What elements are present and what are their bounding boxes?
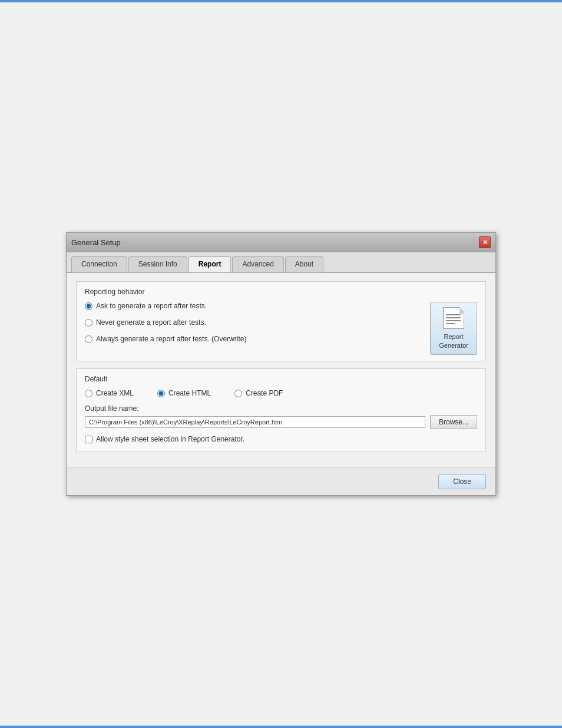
radio-group: Ask to generate a report after tests. Ne… (85, 302, 423, 343)
rg-label-line2: Generator (439, 342, 468, 349)
tab-about[interactable]: About (285, 256, 323, 272)
radio-xml-label: Create XML (96, 389, 134, 397)
radio-xml[interactable] (85, 390, 92, 397)
dialog-footer: Close (67, 467, 495, 495)
rg-label-line1: Report (444, 333, 463, 340)
radio-item-never[interactable]: Never generate a report after tests. (85, 318, 423, 327)
radio-never-label: Never generate a report after tests. (96, 318, 206, 327)
radio-ask-label: Ask to generate a report after tests. (96, 302, 207, 310)
content-area: General Setup ✕ Connection Session Info … (0, 2, 562, 726)
default-section-header: Default (85, 375, 477, 383)
tab-connection[interactable]: Connection (71, 256, 127, 272)
radio-never[interactable] (85, 319, 92, 327)
radio-always[interactable] (85, 335, 92, 343)
default-section: Default Create XML Create HTML (76, 368, 486, 452)
format-options-row: Create XML Create HTML Create PDF (85, 389, 477, 397)
report-generator-label: Report Generator (439, 332, 468, 350)
icon-line-2 (446, 317, 461, 318)
output-file-row: Output file name: Browse... (85, 404, 477, 429)
general-setup-dialog: General Setup ✕ Connection Session Info … (66, 232, 496, 496)
tab-advanced[interactable]: Advanced (232, 256, 283, 272)
radio-always-label: Always generate a report after tests. (O… (96, 335, 246, 343)
radio-pdf[interactable] (234, 390, 242, 397)
window-close-button[interactable]: ✕ (479, 236, 491, 248)
radio-item-always[interactable]: Always generate a report after tests. (O… (85, 335, 423, 343)
radio-pdf-label: Create PDF (246, 389, 283, 397)
radio-ask[interactable] (85, 302, 92, 310)
tabs-container: Connection Session Info Report Advanced … (67, 252, 495, 273)
output-file-label: Output file name: (85, 404, 477, 413)
report-icon-lines (444, 309, 464, 327)
icon-line-4 (446, 323, 455, 324)
tab-report[interactable]: Report (189, 256, 232, 272)
tab-session-info[interactable]: Session Info (128, 256, 187, 272)
icon-line-3 (446, 320, 461, 321)
reporting-behavior-header: Reporting behavior (85, 288, 477, 296)
page-background: General Setup ✕ Connection Session Info … (0, 0, 562, 728)
stylesheet-checkbox-row: Allow style sheet selection in Report Ge… (85, 435, 477, 443)
stylesheet-checkbox[interactable] (85, 436, 92, 443)
output-file-input[interactable] (85, 416, 425, 428)
report-generator-button[interactable]: Report Generator (430, 302, 477, 355)
reporting-behavior-content: Ask to generate a report after tests. Ne… (85, 302, 477, 355)
radio-item-ask[interactable]: Ask to generate a report after tests. (85, 302, 423, 310)
tab-content-report: Reporting behavior Ask to generate a rep… (67, 273, 495, 467)
close-dialog-button[interactable]: Close (438, 474, 486, 489)
radio-item-html[interactable]: Create HTML (157, 389, 211, 397)
dialog-title: General Setup (71, 238, 121, 247)
radio-item-xml[interactable]: Create XML (85, 389, 134, 397)
icon-line-1 (446, 314, 461, 315)
radio-item-pdf[interactable]: Create PDF (234, 389, 283, 397)
stylesheet-label: Allow style sheet selection in Report Ge… (96, 435, 244, 443)
reporting-behavior-section: Reporting behavior Ask to generate a rep… (76, 281, 486, 361)
report-generator-icon (443, 307, 464, 329)
radio-html[interactable] (157, 390, 165, 397)
radio-options: Ask to generate a report after tests. Ne… (85, 302, 423, 355)
radio-html-label: Create HTML (168, 389, 211, 397)
bottom-accent-bar (0, 726, 562, 728)
browse-button[interactable]: Browse... (430, 415, 477, 429)
dialog-body: Connection Session Info Report Advanced … (67, 252, 495, 467)
dialog-titlebar: General Setup ✕ (67, 233, 495, 252)
output-input-row: Browse... (85, 415, 477, 429)
